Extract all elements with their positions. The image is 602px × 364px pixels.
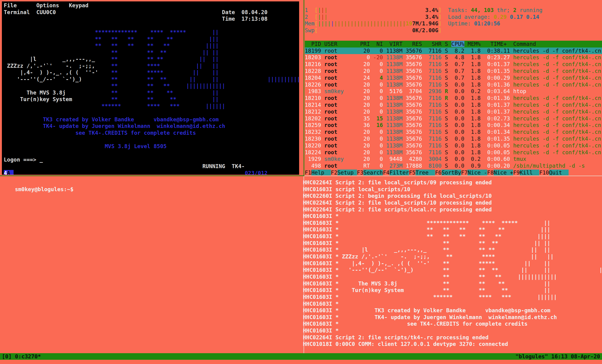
log-line: HHC01603I * ZZZzz /,'.-'`' -. ;-;;, ** *… [303, 253, 602, 260]
column-header-command[interactable]: Command [513, 41, 536, 47]
pane-htop[interactable]: 1 [||| 3.4%] Tasks: 44, 103 thr; 2 runni… [305, 0, 602, 175]
column-header-res[interactable]: RES [406, 41, 422, 47]
menu-item-options[interactable]: Options [36, 2, 59, 9]
tmux-status-fill [41, 353, 516, 360]
fkey-f3[interactable]: F3Search [357, 169, 383, 175]
column-header-time+[interactable]: TIME+ [484, 41, 510, 47]
log-line: HHC01603I * see TK4-.CREDITS for complet… [303, 321, 602, 327]
pane-hercules-log[interactable]: HHC02264I Script 2: file local_scripts/0… [303, 179, 602, 352]
process-row[interactable]: 18203 root 0 -20 1138M 35676 7116 S 4.8 … [305, 54, 602, 61]
pane-border-horizontal[interactable] [304, 176, 602, 176]
process-row[interactable]: 18224 root 20 0 1138M 35676 7116 S 0.0 1… [305, 149, 602, 156]
log-line: HHC01018I 0:00C0 COMM: client 127.0.0.1 … [303, 341, 602, 348]
process-row[interactable]: 18232 root 20 0 1138M 35676 7116 S 0.0 1… [305, 129, 602, 135]
column-header-virt[interactable]: VIRT [386, 41, 402, 47]
column-header-cpu%[interactable]: CPU% [451, 41, 464, 47]
column-header-pid[interactable]: PID [305, 41, 321, 47]
log-line: HHC01603I * Tur(n)key System ** ** ** || [303, 287, 602, 294]
log-line: HHC02264I Script 2: file local_scripts/0… [303, 179, 602, 186]
c3270-line: ****** **** *** |||||| [4, 103, 299, 110]
column-header-ni[interactable]: NI [373, 41, 383, 47]
menu-item-file[interactable]: File [4, 2, 17, 9]
log-line: HHC01603I * ** ** ** ** ** |||| [303, 233, 602, 240]
column-header-pri[interactable]: PRI [360, 41, 370, 47]
c3270-line: ************* **** ***** || [4, 29, 299, 36]
process-row[interactable]: 1983 sm0key 20 0 5176 3704 2936 R 0.0 0.… [305, 88, 602, 95]
process-row[interactable]: 18230 root 20 0 1138M 35676 7116 S 0.0 1… [305, 135, 602, 142]
pane-border-horizontal-active[interactable] [0, 175, 304, 176]
column-header-shr[interactable]: SHR [425, 41, 441, 47]
log-line: HHC01603I * [303, 213, 602, 220]
shell-prompt[interactable]: sm0key@blogules:~$ [15, 186, 73, 192]
c3270-line: ** ** ** ** ** ||| [4, 36, 299, 43]
log-line: HHC01603I * |,4- ) )-,_. ,( ( ''-' ** **… [303, 260, 602, 267]
process-row[interactable]: 18204 root 24 4 1138M 35676 7116 S 0.7 1… [305, 75, 602, 81]
process-row[interactable]: 18202 root 35 15 1138M 35676 7116 S 0.0 … [305, 115, 602, 122]
log-line: HHC02264I Script 2: file scripts/tk4-.rc… [303, 334, 602, 341]
log-line: HHC02260I Script 2: begin processing fil… [303, 193, 602, 199]
log-line: HHC02264I Script 2: file scripts/local.r… [303, 206, 602, 213]
log-line: HHC01603I * The MVS 3.8j ** ** ** || [303, 280, 602, 287]
c3270-screen: Terminal CUU0C0 Date 08.04.20 Time 17:13… [4, 9, 299, 175]
process-row[interactable]: 18220 root 20 0 1138M 35676 7116 S 0.0 1… [305, 142, 602, 149]
column-header-s[interactable]: S [445, 41, 448, 47]
c3270-line [4, 22, 299, 29]
pane-c3270[interactable]: File Options Keypad Terminal CUU0C0 Date… [2, 1, 299, 175]
tmux-status-bar[interactable]: [0] 0:c3270* "blogules" 16:13 08-Apr-20 [0, 353, 602, 360]
log-line: HHC01603I * TK3 created by Volker Bandke… [303, 307, 602, 314]
fkey-f6[interactable]: F6SortBy [435, 169, 461, 175]
log-line: HHC01603I * |l _,,,---,,_ ** ** ** || || [303, 246, 602, 253]
process-row[interactable]: 18216 root 20 0 1138M 35676 7116 S 0.7 1… [305, 61, 602, 68]
process-row[interactable]: 18210 root 20 0 1138M 35676 7116 R 0.0 1… [305, 95, 602, 102]
c3270-line: Logon ===> _ [4, 156, 299, 163]
menu-item-keypad[interactable]: Keypad [69, 2, 88, 9]
c3270-line: MVS 3.8j Level 8505 [4, 143, 299, 150]
log-line: HHC01603I * [303, 300, 602, 307]
fkey-f7[interactable]: F7Nice - [461, 169, 487, 175]
process-row[interactable]: 18226 root 20 0 1138M 35676 7116 S 0.0 1… [305, 81, 602, 88]
c3270-line: Time 17:13:08 [4, 16, 299, 22]
c3270-line: |l _,,,---,,_ ** ** ** || || [4, 56, 299, 63]
c3270-line: ** ** ** |||||||||||| [4, 83, 299, 89]
pane-shell[interactable]: sm0key@blogules:~$ [2, 179, 303, 199]
c3270-line: TK3 created by Volker Bandke vbandke@bsp… [4, 116, 299, 123]
log-line: HHC01603I * '---''(_/--' `-')_) ** ** **… [303, 267, 602, 273]
c3270-menubar: File Options Keypad [4, 2, 299, 9]
log-line: HHC01603I * TK4- update by Juergen Winke… [303, 314, 602, 321]
column-header-mem%[interactable]: MEM% [468, 41, 481, 47]
fkey-f5[interactable]: F5Tree [409, 169, 435, 175]
log-line: HHC01603I * [303, 327, 602, 334]
log-line: HHC02264I Script 2: file local_scripts/1… [303, 199, 602, 206]
tmux-status-left[interactable]: [0] 0:c3270* [2, 353, 41, 360]
memory-meter: Mem[|||||||||||||||||||||||||||197M/1.94… [305, 20, 602, 27]
process-row[interactable]: 1929 sm0key 20 0 9448 4280 3004 S 0.0 0.… [305, 156, 602, 162]
process-row[interactable]: 18214 root 20 0 1138M 35676 7116 S 0.0 1… [305, 102, 602, 108]
process-row[interactable]: 18228 root 20 0 1138M 35676 7116 S 0.7 1… [305, 68, 602, 75]
process-row[interactable]: 18259 root 36 16 1138M 35676 7116 S 0.0 … [305, 122, 602, 129]
process-row[interactable]: 498 root RT 0 273M 17888 8100 S 0.0 0.9 … [305, 162, 602, 169]
c3270-line: '---''(_/--' `-')_) ** ** ** || || |||||… [4, 76, 299, 83]
log-line: HHC01603I * ** ** ** ** ** ||| [303, 226, 602, 233]
fkey-f2[interactable]: F2Setup [331, 169, 357, 175]
process-row-selected[interactable]: 18199 root 20 0 1138M 35676 7116 S 8.2 1… [305, 47, 602, 54]
pane-border-vertical-active[interactable] [304, 0, 304, 175]
c3270-line: 4A█ 023/012 [4, 170, 299, 175]
htop-fkey-bar: F1Help F2Setup F3SearchF4FilterF5Tree F6… [305, 169, 602, 175]
log-line: HHC01603I script local_scripts/10 [303, 186, 602, 193]
column-header-user[interactable]: USER [324, 41, 357, 47]
process-row[interactable]: 18212 root 20 0 1138M 35676 7116 S 0.0 1… [305, 108, 602, 115]
fkey-f9[interactable]: F9Kill [513, 169, 539, 175]
c3270-line [4, 136, 299, 143]
tmux-status-right: "blogules" 16:13 08-Apr-20 [516, 353, 600, 360]
fkey-f10[interactable]: F10Quit [539, 169, 569, 175]
fkey-f1[interactable]: F1Help [305, 169, 331, 175]
cpu1-meter: 1 [||| 3.4%] Tasks: 44, 103 thr; 2 runni… [305, 7, 602, 14]
c3270-line: TK4- update by Juergen Winkelmann winkel… [4, 123, 299, 129]
c3270-line: |,4- ) )-,_. ,( ( ''-' ** ***** || || [4, 69, 299, 76]
fkey-f8[interactable]: F8Nice + [487, 169, 513, 175]
c3270-line: RUNNING TK4- [4, 163, 299, 170]
log-line: HHC01603I * ************* **** ***** || [303, 220, 602, 226]
fkey-f4[interactable]: F4Filter [383, 169, 409, 175]
log-line: HHC01603I * ****** **** *** |||||| [303, 294, 602, 300]
cpu2-meter: 2 [||| 3.4%] Load average: 0.29 0.17 0.1… [305, 14, 602, 21]
